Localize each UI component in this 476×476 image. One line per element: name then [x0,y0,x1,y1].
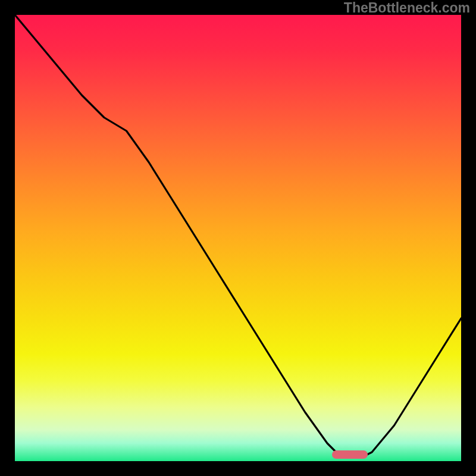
curve-svg [15,15,461,461]
chart-frame: TheBottleneck.com [0,0,476,476]
bottleneck-curve [15,15,461,457]
watermark-text: TheBottleneck.com [344,0,470,16]
optimal-marker [332,450,368,459]
plot-area [15,15,461,461]
